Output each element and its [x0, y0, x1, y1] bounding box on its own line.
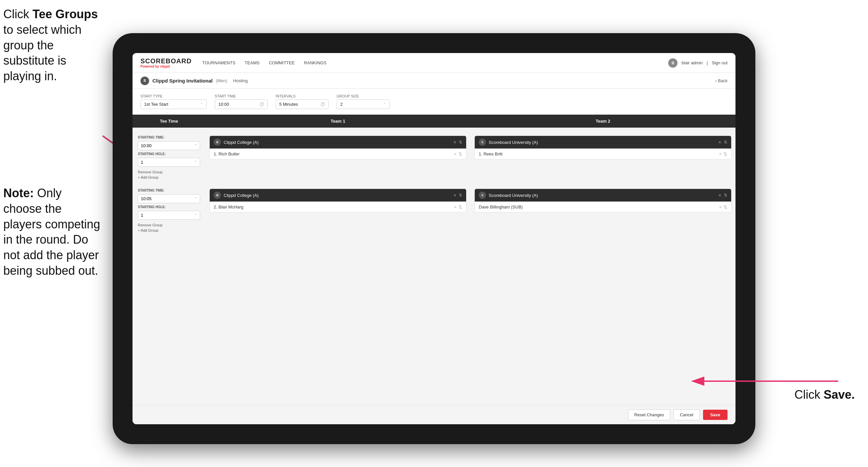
nav-teams[interactable]: TEAMS: [245, 59, 260, 67]
hole-stepper-icon-1: ⌃: [194, 160, 197, 165]
bottom-bar: Reset Changes Cancel Save: [132, 405, 736, 424]
player-row: 1. Rich Butler × ⇅: [210, 148, 466, 159]
breadcrumb-left: B Clippd Spring Invitational (Men) Hosti…: [141, 77, 248, 85]
group-size-label: Group Size: [337, 94, 390, 98]
player-sort-icon[interactable]: ⇅: [459, 151, 462, 156]
tablet-screen: SCOREBOARD Powered by clippd TOURNAMENTS…: [132, 53, 736, 424]
starting-time-input-2[interactable]: 10:05 ⌃: [138, 194, 200, 203]
team1-container-1: B Clippd College (A) × ⇅ 1.: [206, 132, 470, 164]
player-name-2-2: Dave Billingham (SUB): [479, 204, 523, 209]
player-x-icon-2[interactable]: ×: [719, 151, 721, 156]
start-type-field: Start Type 1st Tee Start ⌃: [141, 94, 207, 109]
player-sort-icon-g2-t2[interactable]: ⇅: [723, 204, 727, 209]
team1-sort-icon-2[interactable]: ⇅: [459, 193, 462, 198]
player-controls-1-2: × ⇅: [454, 204, 462, 209]
team2-card-2: S Scoreboard University (A) × ⇅: [474, 188, 732, 212]
team1-header-left-1: B Clippd College (A): [214, 139, 259, 146]
nav-tournaments[interactable]: TOURNAMENTS: [202, 59, 235, 67]
breadcrumb-title: Clippd Spring Invitational: [152, 78, 213, 84]
tee-actions-1: Remove Group + Add Group: [138, 170, 200, 179]
intervals-input[interactable]: 5 Minutes 🕐: [276, 99, 329, 109]
signout-link[interactable]: Sign out: [712, 60, 727, 65]
team1-name-1: Clippd College (A): [224, 140, 259, 145]
team1-remove-icon-1[interactable]: ×: [454, 140, 456, 145]
breadcrumb-bar: B Clippd Spring Invitational (Men) Hosti…: [132, 73, 736, 89]
starting-hole-label-1: STARTING HOLE:: [138, 152, 200, 156]
team2-name-1: Scoreboard University (A): [489, 140, 538, 145]
team2-remove-icon-2[interactable]: ×: [719, 193, 721, 198]
team1-controls-1: × ⇅: [454, 140, 462, 145]
back-button[interactable]: ‹ Back: [715, 78, 727, 83]
team1-sort-icon-1[interactable]: ⇅: [459, 140, 462, 145]
starting-hole-label-2: STARTING HOLE:: [138, 205, 200, 209]
player-controls-1-1: × ⇅: [454, 151, 462, 156]
time-stepper-icon-1: ⌃: [194, 144, 197, 148]
team2-header-left-1: S Scoreboard University (A): [479, 139, 538, 146]
cancel-button[interactable]: Cancel: [674, 409, 700, 420]
player-x-icon-g2[interactable]: ×: [454, 204, 457, 209]
start-time-input[interactable]: 10:00 🕐: [215, 99, 268, 109]
team1-name-2: Clippd College (A): [224, 193, 259, 198]
save-button[interactable]: Save: [703, 410, 727, 420]
team2-header-2: S Scoreboard University (A) × ⇅: [475, 189, 731, 202]
time-stepper-icon-2: ⌃: [194, 197, 197, 201]
start-time-label: Start Time: [215, 94, 268, 98]
starting-time-input-1[interactable]: 10:00 ⌃: [138, 141, 200, 150]
nav-links: TOURNAMENTS TEAMS COMMITTEE RANKINGS: [202, 59, 668, 67]
player-x-icon-g2-t2[interactable]: ×: [719, 204, 721, 209]
breadcrumb-hosting: Hosting: [233, 78, 248, 83]
team2-container-2: S Scoreboard University (A) × ⇅: [470, 185, 736, 216]
team1-header-2: B Clippd College (A) × ⇅: [210, 189, 466, 202]
tee-time-header: Tee Time: [132, 115, 206, 127]
team2-name-2: Scoreboard University (A): [489, 193, 538, 198]
player-row-g2: 2. Blair McHarg × ⇅: [210, 202, 466, 212]
nav-committee[interactable]: COMMITTEE: [269, 59, 294, 67]
team1-icon-1: B: [214, 139, 221, 146]
logo-powered: Powered by clippd: [141, 65, 191, 68]
group-size-input[interactable]: 2 ⌃: [337, 99, 390, 109]
team2-sort-icon-1[interactable]: ⇅: [724, 140, 727, 145]
click-save-text: Click Save.: [795, 388, 855, 402]
group-row-2: STARTING TIME: 10:05 ⌃ STARTING HOLE: 1 …: [132, 185, 736, 236]
remove-group-button-1[interactable]: Remove Group: [138, 170, 200, 174]
player-x-icon[interactable]: ×: [454, 151, 457, 156]
group-size-field: Group Size 2 ⌃: [337, 94, 390, 109]
team2-sort-icon-2[interactable]: ⇅: [724, 193, 727, 198]
player-controls-2-2: × ⇅: [719, 204, 727, 209]
reset-changes-button[interactable]: Reset Changes: [628, 409, 671, 420]
username: blair admin: [681, 60, 703, 65]
team2-icon-2: S: [479, 192, 486, 199]
breadcrumb-men: (Men): [216, 78, 227, 83]
starting-hole-input-1[interactable]: 1 ⌃: [138, 158, 200, 167]
team1-remove-icon-2[interactable]: ×: [454, 193, 456, 198]
player-row: 1. Rees Britt × ⇅: [475, 148, 731, 159]
starting-hole-input-2[interactable]: 1 ⌃: [138, 211, 200, 220]
clock-icon: 🕐: [259, 102, 264, 107]
team1-header: Team 1: [206, 115, 470, 127]
team2-header: Team 2: [470, 115, 736, 127]
team1-header-left-2: B Clippd College (A): [214, 192, 259, 199]
team2-remove-icon-1[interactable]: ×: [719, 140, 721, 145]
add-group-button-2[interactable]: + Add Group: [138, 228, 200, 232]
tee-time-panel-2: STARTING TIME: 10:05 ⌃ STARTING HOLE: 1 …: [132, 185, 206, 236]
team2-header-left-2: S Scoreboard University (A): [479, 192, 538, 199]
team1-controls-2: × ⇅: [454, 193, 462, 198]
stepper-icon: ⌃: [383, 102, 386, 107]
start-type-input[interactable]: 1st Tee Start ⌃: [141, 99, 207, 109]
nav-right: B blair admin | Sign out: [668, 58, 727, 68]
player-sort-icon-2[interactable]: ⇅: [723, 151, 727, 156]
table-header: Tee Time Team 1 Team 2: [132, 115, 736, 127]
nav-rankings[interactable]: RANKINGS: [304, 59, 326, 67]
player-sort-icon-g2[interactable]: ⇅: [459, 204, 462, 209]
remove-group-button-2[interactable]: Remove Group: [138, 223, 200, 227]
add-group-button-1[interactable]: + Add Group: [138, 175, 200, 179]
team2-controls-2: × ⇅: [719, 193, 727, 198]
avatar: B: [668, 58, 678, 68]
team2-card-1: S Scoreboard University (A) × ⇅: [474, 136, 732, 159]
intervals-label: Intervals: [276, 94, 329, 98]
team2-icon-1: S: [479, 139, 486, 146]
settings-row: Start Type 1st Tee Start ⌃ Start Time 10…: [132, 89, 736, 115]
team1-card-1: B Clippd College (A) × ⇅ 1.: [209, 136, 466, 159]
team2-header-1: S Scoreboard University (A) × ⇅: [475, 136, 731, 148]
player-name-1-2: 2. Blair McHarg: [214, 204, 244, 209]
